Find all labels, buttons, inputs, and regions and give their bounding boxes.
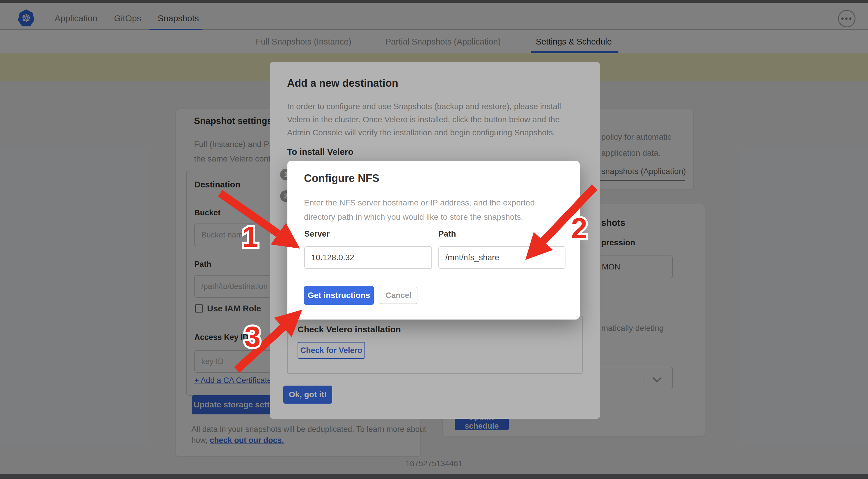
- get-instructions-button[interactable]: Get instructions: [304, 286, 374, 305]
- configure-nfs-modal: Configure NFS Enter the NFS server hostn…: [287, 161, 580, 320]
- nfs-desc-line2: directory path in which you would like t…: [304, 210, 535, 224]
- nfs-modal-description: Enter the NFS server hostname or IP addr…: [304, 196, 535, 224]
- browser-chrome-bottom: [0, 474, 868, 479]
- browser-chrome-top: [0, 0, 868, 3]
- cancel-button[interactable]: Cancel: [380, 287, 417, 304]
- server-input[interactable]: [304, 246, 432, 269]
- server-label: Server: [304, 229, 330, 239]
- nfs-modal-title: Configure NFS: [304, 172, 379, 184]
- nfs-desc-line1: Enter the NFS server hostname or IP addr…: [304, 196, 535, 210]
- nfs-path-label: Path: [438, 229, 456, 239]
- nfs-path-input[interactable]: [438, 246, 565, 269]
